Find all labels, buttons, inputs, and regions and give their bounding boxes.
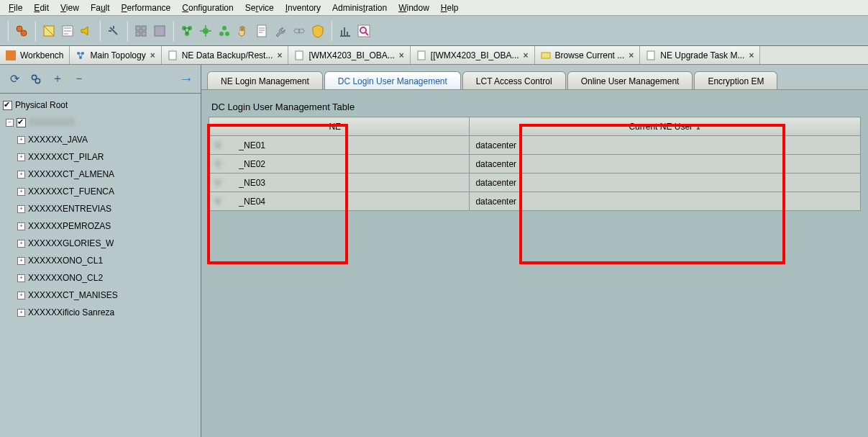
tree-expander[interactable]: + (17, 274, 25, 282)
menu-help[interactable]: Help (435, 1, 465, 14)
column-header-user[interactable]: Current NE User▲ (470, 117, 861, 136)
tab-close-icon[interactable]: × (399, 50, 404, 60)
window-tab[interactable]: [WMX4203_BI_OBA...× (288, 46, 410, 64)
tree-expander[interactable]: + (17, 205, 25, 213)
toolbar-separator (173, 21, 174, 41)
tree-item[interactable]: +XXXXXXCT_FUENCA (0, 183, 201, 200)
window-tab[interactable]: NE Upgrade Task M...× (640, 46, 760, 64)
svg-point-15 (225, 32, 229, 36)
collapse-icon[interactable]: － (72, 72, 86, 86)
menu-service[interactable]: Service (239, 1, 280, 14)
window-tab[interactable]: Workbench (0, 46, 70, 64)
menu-file[interactable]: File (3, 1, 28, 14)
sub-tab[interactable]: DC Login User Management (324, 71, 461, 89)
svg-rect-26 (296, 51, 303, 60)
column-header-ne[interactable]: NE▲ (209, 117, 470, 136)
find-icon[interactable] (29, 72, 43, 86)
toolbar-btn-green2[interactable] (197, 22, 214, 40)
expand-icon[interactable]: ＋ (50, 72, 65, 86)
toolbar-btn-grid1[interactable] (132, 22, 150, 40)
forward-arrow-icon[interactable]: → (179, 72, 193, 86)
tree-item[interactable]: +XXXXXXPEMROZAS (0, 217, 201, 235)
toolbar-btn-3[interactable] (59, 22, 76, 40)
menu-view[interactable]: View (55, 1, 85, 14)
cell-ne: V _NE03 (209, 174, 470, 192)
sub-tab[interactable]: Encryption EM (694, 71, 777, 89)
tab-close-icon[interactable]: × (150, 50, 155, 60)
tree-expander[interactable]: + (17, 188, 25, 196)
menu-edit[interactable]: Edit (28, 1, 55, 14)
sub-tab[interactable]: NE Login Management (207, 71, 323, 89)
refresh-icon[interactable]: ⟳ (7, 72, 22, 86)
menu-fault[interactable]: Fault (85, 1, 116, 14)
toolbar-btn-green3[interactable] (216, 22, 233, 40)
toolbar-btn-shield[interactable] (309, 22, 326, 40)
tree-root[interactable]: Physical Root (0, 96, 201, 114)
toolbar-btn-1[interactable] (13, 22, 30, 40)
toolbar-btn-hand[interactable] (234, 22, 252, 40)
tree-expander[interactable]: + (17, 309, 25, 317)
tab-label: [[WMX4203_BI_OBA... (431, 50, 519, 60)
toolbar-btn-doc[interactable] (253, 22, 270, 40)
table-row[interactable]: V _NE01datacenter (209, 136, 861, 155)
window-tab[interactable]: [[WMX4203_BI_OBA...× (411, 46, 535, 64)
tab-close-icon[interactable]: × (277, 50, 282, 60)
toolbar-btn-search[interactable] (355, 22, 373, 40)
tree-expander[interactable]: − (6, 119, 14, 127)
toolbar-btn-2[interactable] (40, 22, 58, 40)
tree-item[interactable]: +XXXXXXONO_CL2 (0, 269, 201, 287)
svg-rect-16 (257, 25, 266, 37)
window-tab[interactable]: Main Topology× (70, 46, 161, 64)
tree-expander[interactable]: + (17, 153, 25, 161)
tree-item[interactable]: +XXXXXXCT_MANISES (0, 287, 201, 304)
menu-configuration[interactable]: Configuration (176, 1, 239, 14)
tree-expander[interactable]: + (17, 240, 25, 248)
toolbar-btn-green1[interactable] (178, 22, 196, 40)
tree-checkbox[interactable] (17, 118, 26, 127)
cell-ne: V _NE01 (209, 136, 470, 155)
tab-icon (416, 50, 426, 60)
tree-item[interactable]: +XXXXXXONO_CL1 (0, 252, 201, 269)
menu-performance[interactable]: Performance (116, 1, 177, 14)
tree-item[interactable]: +XXXXXXCT_PILAR (0, 148, 201, 166)
toolbar-btn-wrench[interactable] (272, 22, 289, 40)
tab-close-icon[interactable]: × (749, 50, 754, 60)
table-row[interactable]: V _NE04datacenter (209, 192, 861, 211)
tree-item[interactable]: +XXXXXXCT_ALMENA (0, 166, 201, 183)
toolbar-btn-grid2[interactable] (151, 22, 168, 40)
menu-inventory[interactable]: Inventory (280, 1, 326, 14)
table-row[interactable]: V _NE03datacenter (209, 174, 861, 192)
toolbar-separator (331, 21, 332, 41)
data-table: NE▲ Current NE User▲ V _NE01datacenterV … (209, 117, 861, 211)
tab-close-icon[interactable]: × (524, 50, 529, 60)
tab-icon (646, 50, 656, 60)
menu-administration[interactable]: Administration (326, 1, 393, 14)
tree-group[interactable]: − XXXXXXXX (0, 114, 201, 131)
table-title: DC Login User Management Table (211, 102, 861, 112)
menu-bar: FileEditViewFaultPerformanceConfiguratio… (0, 0, 868, 16)
window-tab[interactable]: NE Data Backup/Rest...× (162, 46, 289, 64)
toolbar-btn-link[interactable] (291, 22, 308, 40)
tree-expander[interactable]: + (17, 222, 25, 230)
tree-checkbox[interactable] (3, 101, 12, 110)
window-tab[interactable]: Browse Current ...× (535, 46, 641, 64)
toolbar-btn-sound[interactable] (78, 22, 95, 40)
table-row[interactable]: V _NE02datacenter (209, 155, 861, 174)
tree-expander[interactable]: + (17, 292, 25, 299)
toolbar-btn-chart[interactable] (337, 22, 354, 40)
toolbar-btn-5[interactable] (105, 22, 122, 40)
svg-point-18 (298, 29, 304, 33)
tree-expander[interactable]: + (17, 171, 25, 179)
cell-user: datacenter (470, 192, 861, 211)
sub-tab[interactable]: LCT Access Control (462, 71, 566, 89)
sub-tab[interactable]: Online User Management (567, 71, 693, 89)
tree-expander[interactable]: + (17, 257, 25, 265)
tree-item[interactable]: +XXXXXXGLORIES_W (0, 235, 201, 252)
tree-item[interactable]: +XXXXXX_JAVA (0, 131, 201, 148)
menu-window[interactable]: Window (393, 1, 435, 14)
tree-expander[interactable]: + (17, 136, 25, 144)
tab-label: Main Topology (90, 50, 145, 60)
tree-item[interactable]: +XXXXXXENTREVIAS (0, 200, 201, 217)
tab-close-icon[interactable]: × (629, 50, 634, 60)
tree-item[interactable]: +XXXXXXificio Sanreza (0, 304, 201, 321)
